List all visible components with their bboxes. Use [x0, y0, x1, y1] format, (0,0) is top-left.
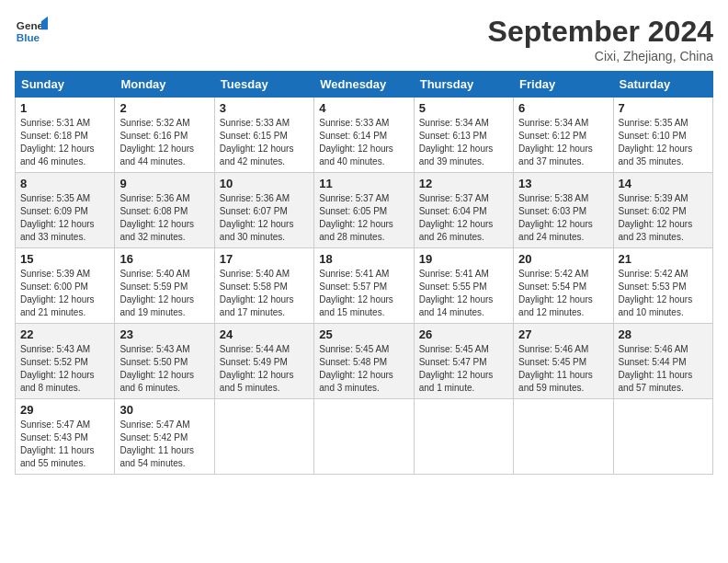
col-wednesday: Wednesday [314, 72, 414, 98]
table-row: 26Sunrise: 5:45 AMSunset: 5:47 PMDayligh… [414, 324, 513, 399]
svg-text:Blue: Blue [17, 31, 40, 43]
col-saturday: Saturday [613, 72, 712, 98]
logo-icon: General Blue [15, 15, 48, 48]
table-row: 7Sunrise: 5:35 AMSunset: 6:10 PMDaylight… [613, 98, 712, 173]
svg-marker-2 [41, 17, 48, 29]
table-row: 8Sunrise: 5:35 AMSunset: 6:09 PMDaylight… [16, 173, 115, 248]
month-title: September 2024 [488, 15, 713, 49]
table-row: 3Sunrise: 5:33 AMSunset: 6:15 PMDaylight… [214, 98, 313, 173]
col-thursday: Thursday [414, 72, 513, 98]
table-row [613, 399, 712, 475]
calendar-week-1: 8Sunrise: 5:35 AMSunset: 6:09 PMDaylight… [16, 173, 713, 248]
table-row: 12Sunrise: 5:37 AMSunset: 6:04 PMDayligh… [414, 173, 513, 248]
table-row: 2Sunrise: 5:32 AMSunset: 6:16 PMDaylight… [115, 98, 214, 173]
table-row: 30Sunrise: 5:47 AMSunset: 5:42 PMDayligh… [115, 399, 214, 475]
table-row: 20Sunrise: 5:42 AMSunset: 5:54 PMDayligh… [514, 248, 613, 324]
table-row: 23Sunrise: 5:43 AMSunset: 5:50 PMDayligh… [115, 324, 214, 399]
table-row: 14Sunrise: 5:39 AMSunset: 6:02 PMDayligh… [613, 173, 712, 248]
table-row: 16Sunrise: 5:40 AMSunset: 5:59 PMDayligh… [115, 248, 214, 324]
title-block: September 2024 Cixi, Zhejiang, China [488, 15, 713, 63]
table-row: 25Sunrise: 5:45 AMSunset: 5:48 PMDayligh… [314, 324, 414, 399]
calendar-week-4: 29Sunrise: 5:47 AMSunset: 5:43 PMDayligh… [16, 399, 713, 475]
logo: General Blue [15, 15, 48, 48]
col-sunday: Sunday [16, 72, 115, 98]
table-row: 5Sunrise: 5:34 AMSunset: 6:13 PMDaylight… [414, 98, 513, 173]
col-monday: Monday [115, 72, 214, 98]
table-row: 21Sunrise: 5:42 AMSunset: 5:53 PMDayligh… [613, 248, 712, 324]
table-row: 17Sunrise: 5:40 AMSunset: 5:58 PMDayligh… [214, 248, 313, 324]
table-row: 19Sunrise: 5:41 AMSunset: 5:55 PMDayligh… [414, 248, 513, 324]
table-row: 24Sunrise: 5:44 AMSunset: 5:49 PMDayligh… [214, 324, 313, 399]
table-row: 9Sunrise: 5:36 AMSunset: 6:08 PMDaylight… [115, 173, 214, 248]
calendar-week-3: 22Sunrise: 5:43 AMSunset: 5:52 PMDayligh… [16, 324, 713, 399]
col-tuesday: Tuesday [214, 72, 313, 98]
table-row [514, 399, 613, 475]
header-row: Sunday Monday Tuesday Wednesday Thursday… [16, 72, 713, 98]
calendar-table: Sunday Monday Tuesday Wednesday Thursday… [15, 71, 713, 475]
table-row: 13Sunrise: 5:38 AMSunset: 6:03 PMDayligh… [514, 173, 613, 248]
table-row: 4Sunrise: 5:33 AMSunset: 6:14 PMDaylight… [314, 98, 414, 173]
table-row: 18Sunrise: 5:41 AMSunset: 5:57 PMDayligh… [314, 248, 414, 324]
table-row: 6Sunrise: 5:34 AMSunset: 6:12 PMDaylight… [514, 98, 613, 173]
table-row: 29Sunrise: 5:47 AMSunset: 5:43 PMDayligh… [16, 399, 115, 475]
col-friday: Friday [514, 72, 613, 98]
table-row [414, 399, 513, 475]
page-header: General Blue September 2024 Cixi, Zhejia… [15, 15, 713, 63]
table-row [214, 399, 313, 475]
table-row: 28Sunrise: 5:46 AMSunset: 5:44 PMDayligh… [613, 324, 712, 399]
calendar-week-0: 1Sunrise: 5:31 AMSunset: 6:18 PMDaylight… [16, 98, 713, 173]
table-row: 11Sunrise: 5:37 AMSunset: 6:05 PMDayligh… [314, 173, 414, 248]
table-row: 10Sunrise: 5:36 AMSunset: 6:07 PMDayligh… [214, 173, 313, 248]
calendar-week-2: 15Sunrise: 5:39 AMSunset: 6:00 PMDayligh… [16, 248, 713, 324]
table-row [314, 399, 414, 475]
table-row: 22Sunrise: 5:43 AMSunset: 5:52 PMDayligh… [16, 324, 115, 399]
table-row: 1Sunrise: 5:31 AMSunset: 6:18 PMDaylight… [16, 98, 115, 173]
table-row: 27Sunrise: 5:46 AMSunset: 5:45 PMDayligh… [514, 324, 613, 399]
table-row: 15Sunrise: 5:39 AMSunset: 6:00 PMDayligh… [16, 248, 115, 324]
location-subtitle: Cixi, Zhejiang, China [488, 49, 713, 63]
